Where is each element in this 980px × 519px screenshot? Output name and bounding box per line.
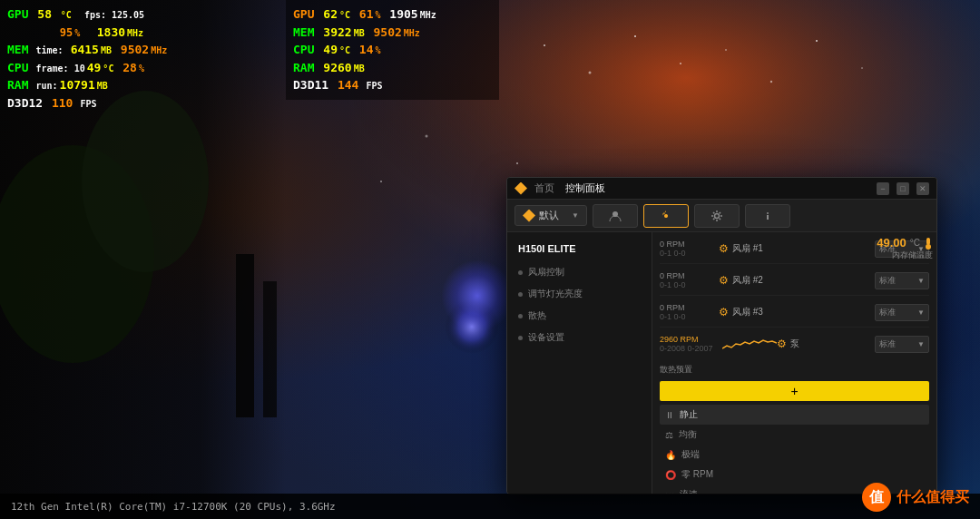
fan1-rpm-block: 0 RPM 0-1 0-0: [660, 240, 719, 258]
hud-cpu-line: CPU frame: 10 49 °C 28 %: [7, 59, 167, 77]
profile-icon: [523, 210, 535, 222]
toolbar-btn-fan[interactable]: [643, 204, 689, 228]
logo-icon: 值: [862, 483, 891, 512]
hud-d3d12-label: D3D12: [7, 94, 43, 113]
hud-cpu-frame: frame: 10: [30, 62, 84, 75]
svg-point-12: [861, 67, 863, 69]
cooling-presets-section: 散热预置 + ⏸ 静止 ⚖ 均衡 🔥 极端 ⭕ 零 RPM: [660, 360, 929, 494]
profile-dropdown-arrow: ▼: [572, 211, 579, 220]
sidebar-dot: [518, 336, 523, 340]
sidebar-item-lighting[interactable]: 调节灯光亮度: [507, 283, 652, 305]
fan2-rpm-label: 0 RPM: [660, 271, 719, 280]
hud-mem-time: time:: [30, 44, 68, 57]
preset-item-quiet[interactable]: ⏸ 静止: [660, 405, 929, 425]
fan3-rpm-block: 0 RPM 0-1 0-0: [660, 303, 719, 321]
hud-ram-run: run:: [30, 79, 57, 93]
icue-toolbar: 默认 ▼: [507, 200, 936, 232]
svg-point-22: [665, 214, 668, 217]
pump-rpm-label: 2960 RPM: [660, 335, 719, 344]
svg-point-4: [445, 299, 499, 354]
hud-d3d12-fps: 110: [44, 94, 73, 113]
hud-ram-line: RAM run: 10791 MB: [7, 76, 167, 94]
toolbar-btn-profile[interactable]: [593, 204, 638, 228]
fan2-rpm-block: 0 RPM 0-1 0-0: [660, 271, 719, 289]
close-icon[interactable]: ✕: [916, 182, 929, 195]
fan2-label: 风扇 #2: [732, 274, 763, 287]
icue-content: H150I ELITE 风扇控制 调节灯光亮度 散热 设备设置: [507, 232, 936, 494]
sidebar-item-device-settings[interactable]: 设备设置: [507, 327, 652, 348]
toolbar-btn-info[interactable]: [745, 204, 790, 228]
temp-value: 49.00: [877, 236, 906, 250]
fan2-icon: ⚙: [719, 274, 729, 287]
svg-point-5: [544, 44, 545, 46]
hud-gpu-fps: fps: 125.05: [74, 8, 144, 22]
hud-mem-value: 6415: [71, 41, 99, 59]
sidebar-item-fan-control[interactable]: 风扇控制: [507, 261, 652, 283]
quiet-icon: ⏸: [665, 410, 674, 420]
watermark: 值 什么值得买: [862, 483, 969, 512]
logo-text: 什么值得买: [897, 488, 969, 507]
svg-point-13: [380, 181, 382, 182]
pump-rpm-range: 0-2008 0-2007: [660, 344, 719, 353]
temperature-display: 49.00 °C 内存储温度: [877, 236, 933, 261]
fan3-icon: ⚙: [719, 306, 729, 318]
svg-point-6: [589, 72, 592, 74]
fan1-rpm-label: 0 RPM: [660, 240, 719, 249]
svg-point-23: [715, 213, 720, 218]
sidebar-dot: [518, 292, 523, 297]
hud-right: GPU 62 °C 61 % 1905 MHz MEM 3922 MB 9502…: [286, 0, 499, 100]
icue-sidebar: H150I ELITE 风扇控制 调节灯光亮度 散热 设备设置: [507, 232, 652, 494]
hud-gpu-line: GPU 58 °C fps: 125.05: [7, 5, 167, 24]
hud-gpu-label: GPU: [7, 5, 28, 24]
icue-logo: [514, 182, 527, 195]
svg-point-11: [816, 40, 818, 42]
hud-right-ram: RAM 9260 MB: [293, 59, 492, 77]
fan1-label: 风扇 #1: [732, 242, 763, 255]
fire-icon: 🔥: [665, 450, 676, 460]
temp-label: 内存储温度: [877, 250, 933, 261]
tab-home[interactable]: 首页: [534, 180, 554, 197]
toolbar-btn-settings[interactable]: [694, 204, 740, 228]
pump-graph: [722, 335, 777, 353]
minimize-icon[interactable]: −: [877, 182, 889, 195]
fan3-mode-select[interactable]: 标准 ▼: [875, 304, 929, 321]
pump-name-block: ⚙ 泵: [777, 338, 875, 350]
hud-right-d3d11: D3D11 144 FPS: [293, 76, 492, 94]
maximize-icon[interactable]: □: [897, 182, 909, 195]
icue-tab-bar: 首页 控制面板: [534, 180, 605, 197]
fan3-rpm-label: 0 RPM: [660, 303, 719, 312]
icue-window-controls: − □ ✕: [877, 182, 929, 195]
fan1-rpm-range: 0-1 0-0: [660, 249, 719, 258]
sidebar-dot: [518, 270, 523, 275]
fan3-row: 0 RPM 0-1 0-0 ⚙ 风扇 #3 标准 ▼: [660, 303, 929, 328]
hud-right-mem: MEM 3922 MB 9502 MHz: [293, 24, 492, 42]
preset-item-balanced[interactable]: ⚖ 均衡: [660, 425, 929, 445]
icue-titlebar: 首页 控制面板 − □ ✕: [507, 178, 936, 200]
profile-name: 默认: [539, 209, 568, 222]
pump-icon: ⚙: [777, 338, 787, 350]
bottom-bar: 12th Gen Intel(R) Core(TM) i7-12700K (20…: [0, 494, 980, 519]
hud-right-cpu: CPU 49 °C 14 %: [293, 41, 492, 59]
hud-ram-label: RAM: [7, 76, 28, 94]
add-preset-button[interactable]: +: [660, 381, 929, 401]
pump-mode-select[interactable]: 标准 ▼: [875, 336, 929, 353]
svg-rect-26: [926, 238, 930, 245]
preset-item-zero-rpm[interactable]: ⭕ 零 RPM: [660, 465, 929, 485]
fan2-mode-select[interactable]: 标准 ▼: [875, 272, 929, 289]
hud-right-gpu: GPU 62 °C 61 % 1905 MHz: [293, 5, 492, 24]
sidebar-item-cooling[interactable]: 散热: [507, 305, 652, 327]
pump-row: 2960 RPM 0-2008 0-2007 ⚙ 泵 标准 ▼: [660, 335, 929, 353]
preset-item-extreme[interactable]: 🔥 极端: [660, 445, 929, 465]
fan2-row: 0 RPM 0-1 0-0 ⚙ 风扇 #2 标准 ▼: [660, 271, 929, 296]
hud-mem-line: MEM time: 6415 MB 9502 MHz: [7, 41, 167, 59]
fan3-name-block: ⚙ 风扇 #3: [719, 306, 875, 318]
tab-control-panel[interactable]: 控制面板: [565, 180, 605, 197]
hud-left: GPU 58 °C fps: 125.05 95 % 1830 MHz MEM …: [0, 0, 174, 117]
svg-point-14: [426, 135, 428, 138]
fan1-icon: ⚙: [719, 242, 729, 255]
svg-point-7: [634, 35, 636, 37]
sidebar-dot: [518, 314, 523, 318]
profile-select[interactable]: 默认 ▼: [514, 205, 587, 226]
fan3-rpm-range: 0-1 0-0: [660, 312, 719, 321]
hud-cpu-temp: 49: [87, 59, 102, 77]
